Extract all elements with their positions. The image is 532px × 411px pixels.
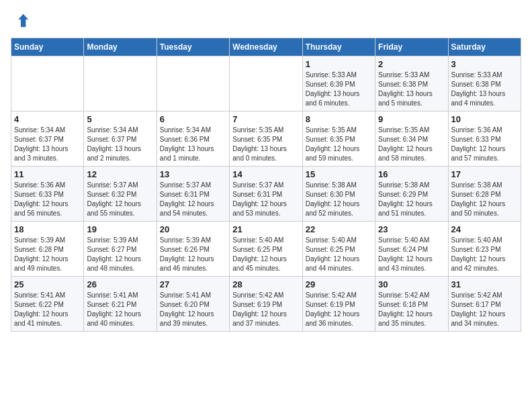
- day-info: Sunrise: 5:39 AM Sunset: 6:26 PM Dayligh…: [160, 236, 226, 273]
- day-number: 8: [306, 114, 372, 124]
- calendar-table: SundayMondayTuesdayWednesdayThursdayFrid…: [11, 38, 521, 332]
- day-number: 6: [160, 114, 226, 124]
- day-number: 25: [14, 279, 81, 289]
- day-info: Sunrise: 5:42 AM Sunset: 6:19 PM Dayligh…: [306, 291, 372, 328]
- day-number: 19: [87, 224, 153, 234]
- calendar-cell: 16Sunrise: 5:38 AM Sunset: 6:29 PM Dayli…: [375, 167, 448, 222]
- day-info: Sunrise: 5:36 AM Sunset: 6:33 PM Dayligh…: [451, 126, 518, 163]
- day-number: 16: [378, 169, 445, 179]
- day-info: Sunrise: 5:34 AM Sunset: 6:37 PM Dayligh…: [14, 126, 81, 163]
- day-info: Sunrise: 5:39 AM Sunset: 6:27 PM Dayligh…: [87, 236, 153, 273]
- calendar-cell: 15Sunrise: 5:38 AM Sunset: 6:30 PM Dayli…: [302, 167, 375, 222]
- calendar-cell: 22Sunrise: 5:40 AM Sunset: 6:25 PM Dayli…: [302, 222, 375, 277]
- day-info: Sunrise: 5:37 AM Sunset: 6:31 PM Dayligh…: [160, 181, 226, 218]
- calendar-cell: 17Sunrise: 5:38 AM Sunset: 6:28 PM Dayli…: [448, 167, 521, 222]
- day-number: 29: [306, 279, 372, 289]
- calendar-cell: 28Sunrise: 5:42 AM Sunset: 6:19 PM Dayli…: [230, 277, 302, 332]
- day-info: Sunrise: 5:42 AM Sunset: 6:17 PM Dayligh…: [451, 291, 518, 328]
- calendar-cell: [230, 56, 302, 111]
- calendar-cell: [11, 56, 84, 111]
- day-info: Sunrise: 5:41 AM Sunset: 6:22 PM Dayligh…: [14, 291, 81, 328]
- day-info: Sunrise: 5:33 AM Sunset: 6:38 PM Dayligh…: [451, 71, 518, 108]
- day-info: Sunrise: 5:39 AM Sunset: 6:28 PM Dayligh…: [14, 236, 81, 273]
- day-info: Sunrise: 5:33 AM Sunset: 6:38 PM Dayligh…: [378, 71, 445, 108]
- day-info: Sunrise: 5:38 AM Sunset: 6:30 PM Dayligh…: [306, 181, 372, 218]
- calendar-cell: 11Sunrise: 5:36 AM Sunset: 6:33 PM Dayli…: [11, 167, 84, 222]
- day-number: 27: [160, 279, 226, 289]
- day-number: 15: [306, 169, 372, 179]
- day-number: 12: [87, 169, 153, 179]
- day-number: 10: [451, 114, 518, 124]
- day-number: 22: [306, 224, 372, 234]
- week-row-2: 4Sunrise: 5:34 AM Sunset: 6:37 PM Daylig…: [11, 111, 521, 167]
- day-number: 13: [160, 169, 226, 179]
- day-number: 14: [232, 169, 299, 179]
- day-info: Sunrise: 5:33 AM Sunset: 6:39 PM Dayligh…: [306, 71, 372, 108]
- day-number: 26: [87, 279, 153, 289]
- page-header: [11, 11, 521, 30]
- svg-rect-0: [11, 11, 30, 30]
- logo: [11, 11, 31, 30]
- column-header-friday: Friday: [375, 38, 448, 56]
- calendar-cell: 31Sunrise: 5:42 AM Sunset: 6:17 PM Dayli…: [448, 277, 521, 332]
- day-info: Sunrise: 5:34 AM Sunset: 6:37 PM Dayligh…: [87, 126, 153, 163]
- calendar-cell: 29Sunrise: 5:42 AM Sunset: 6:19 PM Dayli…: [302, 277, 375, 332]
- day-info: Sunrise: 5:37 AM Sunset: 6:32 PM Dayligh…: [87, 181, 153, 218]
- calendar-cell: 9Sunrise: 5:35 AM Sunset: 6:34 PM Daylig…: [375, 111, 448, 167]
- column-header-wednesday: Wednesday: [230, 38, 302, 56]
- calendar-cell: 14Sunrise: 5:37 AM Sunset: 6:31 PM Dayli…: [230, 167, 302, 222]
- column-header-monday: Monday: [84, 38, 157, 56]
- day-number: 21: [232, 224, 299, 234]
- calendar-cell: 2Sunrise: 5:33 AM Sunset: 6:38 PM Daylig…: [375, 56, 448, 111]
- calendar-cell: 20Sunrise: 5:39 AM Sunset: 6:26 PM Dayli…: [157, 222, 229, 277]
- day-info: Sunrise: 5:34 AM Sunset: 6:36 PM Dayligh…: [160, 126, 226, 163]
- day-number: 17: [451, 169, 518, 179]
- day-info: Sunrise: 5:40 AM Sunset: 6:23 PM Dayligh…: [451, 236, 518, 273]
- calendar-cell: 1Sunrise: 5:33 AM Sunset: 6:39 PM Daylig…: [302, 56, 375, 111]
- calendar-cell: [84, 56, 157, 111]
- day-number: 2: [378, 59, 445, 69]
- day-info: Sunrise: 5:41 AM Sunset: 6:20 PM Dayligh…: [160, 291, 226, 328]
- day-info: Sunrise: 5:40 AM Sunset: 6:25 PM Dayligh…: [232, 236, 299, 273]
- calendar-cell: 13Sunrise: 5:37 AM Sunset: 6:31 PM Dayli…: [157, 167, 229, 222]
- calendar-cell: 8Sunrise: 5:35 AM Sunset: 6:35 PM Daylig…: [302, 111, 375, 167]
- week-row-3: 11Sunrise: 5:36 AM Sunset: 6:33 PM Dayli…: [11, 167, 521, 222]
- day-info: Sunrise: 5:42 AM Sunset: 6:18 PM Dayligh…: [378, 291, 445, 328]
- day-number: 9: [378, 114, 445, 124]
- day-info: Sunrise: 5:42 AM Sunset: 6:19 PM Dayligh…: [232, 291, 299, 328]
- calendar-cell: 12Sunrise: 5:37 AM Sunset: 6:32 PM Dayli…: [84, 167, 157, 222]
- calendar-cell: 25Sunrise: 5:41 AM Sunset: 6:22 PM Dayli…: [11, 277, 84, 332]
- day-info: Sunrise: 5:35 AM Sunset: 6:35 PM Dayligh…: [232, 126, 299, 163]
- calendar-cell: 6Sunrise: 5:34 AM Sunset: 6:36 PM Daylig…: [157, 111, 229, 167]
- day-number: 20: [160, 224, 226, 234]
- calendar-cell: 27Sunrise: 5:41 AM Sunset: 6:20 PM Dayli…: [157, 277, 229, 332]
- calendar-cell: 5Sunrise: 5:34 AM Sunset: 6:37 PM Daylig…: [84, 111, 157, 167]
- day-info: Sunrise: 5:35 AM Sunset: 6:34 PM Dayligh…: [378, 126, 445, 163]
- day-info: Sunrise: 5:36 AM Sunset: 6:33 PM Dayligh…: [14, 181, 81, 218]
- day-number: 18: [14, 224, 81, 234]
- day-number: 28: [232, 279, 299, 289]
- day-info: Sunrise: 5:35 AM Sunset: 6:35 PM Dayligh…: [306, 126, 372, 163]
- calendar-cell: 4Sunrise: 5:34 AM Sunset: 6:37 PM Daylig…: [11, 111, 84, 167]
- day-info: Sunrise: 5:41 AM Sunset: 6:21 PM Dayligh…: [87, 291, 153, 328]
- day-number: 4: [14, 114, 81, 124]
- day-info: Sunrise: 5:37 AM Sunset: 6:31 PM Dayligh…: [232, 181, 299, 218]
- day-number: 3: [451, 59, 518, 69]
- calendar-header-row: SundayMondayTuesdayWednesdayThursdayFrid…: [11, 38, 521, 56]
- day-number: 5: [87, 114, 153, 124]
- week-row-5: 25Sunrise: 5:41 AM Sunset: 6:22 PM Dayli…: [11, 277, 521, 332]
- day-number: 7: [232, 114, 299, 124]
- calendar-cell: 26Sunrise: 5:41 AM Sunset: 6:21 PM Dayli…: [84, 277, 157, 332]
- calendar-cell: 24Sunrise: 5:40 AM Sunset: 6:23 PM Dayli…: [448, 222, 521, 277]
- day-number: 1: [306, 59, 372, 69]
- day-info: Sunrise: 5:40 AM Sunset: 6:24 PM Dayligh…: [378, 236, 445, 273]
- week-row-4: 18Sunrise: 5:39 AM Sunset: 6:28 PM Dayli…: [11, 222, 521, 277]
- calendar-cell: 7Sunrise: 5:35 AM Sunset: 6:35 PM Daylig…: [230, 111, 302, 167]
- column-header-tuesday: Tuesday: [157, 38, 229, 56]
- day-number: 24: [451, 224, 518, 234]
- calendar-cell: 30Sunrise: 5:42 AM Sunset: 6:18 PM Dayli…: [375, 277, 448, 332]
- calendar-cell: [157, 56, 229, 111]
- day-info: Sunrise: 5:40 AM Sunset: 6:25 PM Dayligh…: [306, 236, 372, 273]
- column-header-saturday: Saturday: [448, 38, 521, 56]
- calendar-cell: 3Sunrise: 5:33 AM Sunset: 6:38 PM Daylig…: [448, 56, 521, 111]
